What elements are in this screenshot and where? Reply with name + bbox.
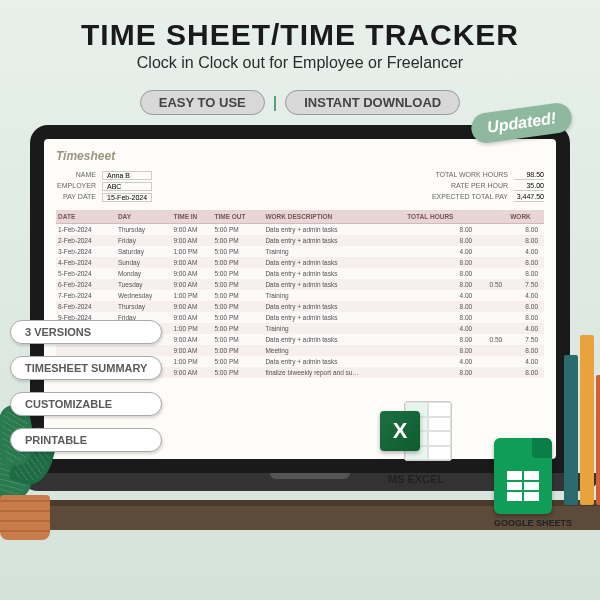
col-header: DAY [116, 210, 172, 224]
feature-pills: 3 VERSIONS TIMESHEET SUMMARY CUSTOMIZABL… [10, 320, 162, 452]
employer-value: ABC [102, 182, 152, 191]
twh-value: 98.50 [514, 171, 544, 180]
name-label: NAME [56, 171, 96, 180]
col-header: TIME OUT [212, 210, 263, 224]
sheet-title: Timesheet [56, 149, 544, 163]
pill-instant: INSTANT DOWNLOAD [285, 90, 460, 115]
table-row: 6-Feb-2024Tuesday9:00 AM5:00 PMData entr… [56, 279, 544, 290]
col-header: WORK [508, 210, 544, 224]
excel-icon: X [380, 397, 452, 469]
col-header: DATE [56, 210, 116, 224]
table-row: 7-Feb-2024Wednesday1:00 PM5:00 PMTrainin… [56, 290, 544, 301]
table-row: 8-Feb-2024Thursday9:00 AM5:00 PMData ent… [56, 301, 544, 312]
table-row: 5-Feb-2024Monday9:00 AM5:00 PMData entry… [56, 268, 544, 279]
excel-badge: X MS EXCEL [380, 397, 452, 485]
pay-value: 3,447.50 [514, 193, 544, 202]
feature-summary: TIMESHEET SUMMARY [10, 356, 162, 380]
pay-label: EXPECTED TOTAL PAY [432, 193, 508, 202]
table-row: 1-Feb-2024Thursday9:00 AM5:00 PMData ent… [56, 224, 544, 236]
table-row: 3-Feb-2024Saturday1:00 PM5:00 PMTraining… [56, 246, 544, 257]
rate-value: 35.00 [514, 182, 544, 191]
twh-label: TOTAL WORK HOURS [435, 171, 508, 180]
col-header: WORK DESCRIPTION [263, 210, 405, 224]
paydate-value: 15-Feb-2024 [102, 193, 152, 202]
rate-label: RATE PER HOUR [451, 182, 508, 191]
table-row: 2-Feb-2024Friday9:00 AM5:00 PMData entry… [56, 235, 544, 246]
pill-easy: EASY TO USE [140, 90, 265, 115]
col-header: TIME IN [171, 210, 212, 224]
google-sheets-icon [494, 438, 552, 514]
name-value: Anna B [102, 171, 152, 180]
table-row: 4-Feb-2024Sunday9:00 AM5:00 PMData entry… [56, 257, 544, 268]
page-title: TIME SHEET/TIME TRACKER [20, 18, 580, 52]
gsheets-badge: GOOGLE SHEETS [494, 438, 572, 528]
gsheets-label: GOOGLE SHEETS [494, 518, 572, 528]
employer-label: EMPLOYER [56, 182, 96, 191]
feature-versions: 3 VERSIONS [10, 320, 162, 344]
feature-printable: PRINTABLE [10, 428, 162, 452]
feature-customizable: CUSTOMIZABLE [10, 392, 162, 416]
col-header [478, 210, 508, 224]
paydate-label: PAY DATE [56, 193, 96, 202]
col-header: TOTAL HOURS [405, 210, 478, 224]
page-subtitle: Clock in Clock out for Employee or Freel… [20, 54, 580, 72]
excel-label: MS EXCEL [380, 473, 452, 485]
divider-icon: | [273, 94, 277, 112]
